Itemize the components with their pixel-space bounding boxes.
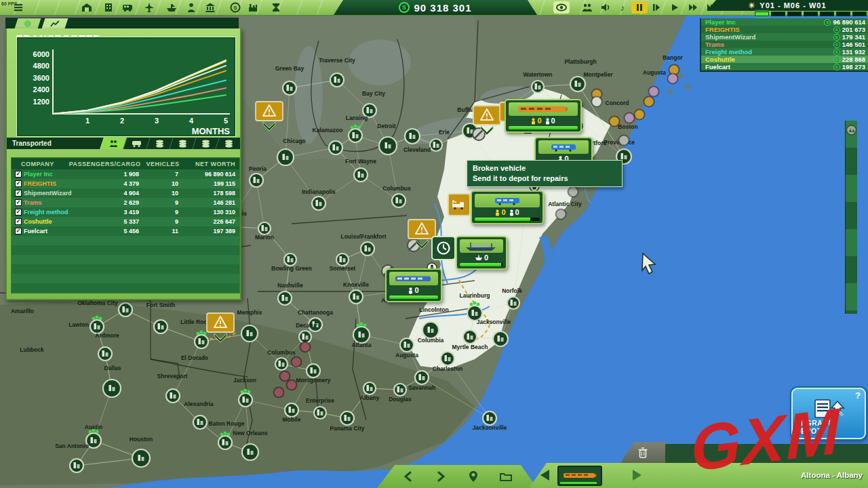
plane-icon[interactable] <box>144 2 155 13</box>
city-marker[interactable] <box>361 242 374 256</box>
play-button[interactable] <box>669 2 680 13</box>
city-marker[interactable] <box>314 407 326 419</box>
city-marker[interactable] <box>284 253 296 266</box>
table-row[interactable]: ✓ FREIGHTIS 4 379 10 199 115 <box>12 179 239 188</box>
leaderboard-row[interactable]: Player Inc S96 890 614 <box>701 18 868 26</box>
leaderboard-row[interactable]: ShipmentWizard S179 341 <box>701 33 868 41</box>
city-marker[interactable] <box>493 331 508 346</box>
city-marker[interactable] <box>394 384 406 396</box>
locate-button[interactable] <box>462 470 485 483</box>
apartment-icon[interactable] <box>103 2 114 13</box>
city-marker[interactable] <box>119 303 132 317</box>
company-checkbox[interactable]: ✓ <box>15 171 22 178</box>
city-marker[interactable] <box>283 81 296 95</box>
subtab-money4[interactable] <box>215 138 242 149</box>
company-checkbox[interactable]: ✓ <box>15 180 22 187</box>
resource-dot-white[interactable] <box>592 97 602 107</box>
depot-icon[interactable] <box>81 2 92 13</box>
tab-chart[interactable] <box>42 18 68 28</box>
leaderboard-row[interactable]: FREIGHTIS S201 673 <box>701 26 868 33</box>
city-marker[interactable] <box>275 358 288 370</box>
next-button[interactable] <box>429 471 452 482</box>
city-marker[interactable] <box>329 141 342 155</box>
city-marker[interactable] <box>307 364 320 378</box>
city-marker[interactable] <box>415 371 429 384</box>
next-vehicle-button[interactable] <box>631 468 643 482</box>
upgrade-depot-button[interactable]: ? UPGRADE DEPOT <box>791 388 866 439</box>
resource-dot-maroon[interactable] <box>274 388 284 398</box>
company-checkbox[interactable]: ✓ <box>15 209 22 216</box>
tow-truck-badge[interactable] <box>448 193 471 216</box>
routes-button[interactable] <box>494 472 517 482</box>
city-marker[interactable] <box>379 137 397 155</box>
city-marker[interactable] <box>285 403 298 417</box>
city-marker[interactable] <box>218 432 232 450</box>
resource-dot-maroon[interactable] <box>280 371 290 382</box>
fast-forward-button[interactable] <box>688 2 698 13</box>
finance-icon[interactable]: S <box>230 2 241 13</box>
card-ship[interactable]: 0 <box>456 236 507 270</box>
city-marker[interactable] <box>507 297 519 309</box>
table-row[interactable]: ✓ Fuelcart 5 456 11 197 389 <box>12 226 239 236</box>
resource-dot-gold[interactable] <box>610 117 620 127</box>
resource-dot-gold[interactable] <box>635 110 645 120</box>
resource-dot-maroon[interactable] <box>287 380 297 390</box>
leaderboard-row[interactable]: Fuelcart S198 273 <box>701 63 868 70</box>
city-marker[interactable] <box>392 194 406 207</box>
city-marker[interactable] <box>340 411 354 425</box>
city-marker[interactable] <box>166 389 180 403</box>
city-marker[interactable] <box>258 222 271 235</box>
leaderboard-row[interactable]: Trams S146 501 <box>701 41 868 48</box>
table-row[interactable]: ✓ Coshuttle 5 337 9 226 647 <box>12 217 239 226</box>
table-row[interactable]: ✓ Trams 2 629 9 146 281 <box>12 198 239 207</box>
bus-icon[interactable] <box>122 2 133 13</box>
island-icon[interactable] <box>846 121 857 145</box>
prev-button[interactable] <box>397 471 420 482</box>
city-marker[interactable] <box>250 174 263 187</box>
person-icon[interactable] <box>186 2 197 13</box>
leaderboard-row[interactable]: Freight method S131 932 <box>701 48 868 56</box>
city-marker[interactable] <box>278 291 292 305</box>
bank-icon[interactable] <box>205 2 216 13</box>
city-marker[interactable] <box>336 253 349 266</box>
city-marker[interactable] <box>103 380 121 397</box>
table-row[interactable]: ✓ Freight method 3 419 9 130 310 <box>12 207 239 217</box>
company-checkbox[interactable]: ✓ <box>15 228 22 235</box>
tab-finance[interactable]: S <box>15 18 41 28</box>
table-row[interactable]: ✓ Player Inc 1 908 7 96 890 614 <box>12 169 239 179</box>
city-marker[interactable] <box>312 197 326 210</box>
city-marker[interactable] <box>422 322 439 338</box>
factory-icon[interactable] <box>248 2 258 13</box>
city-marker[interactable] <box>463 330 477 344</box>
step-button[interactable] <box>651 2 662 13</box>
city-marker[interactable] <box>242 444 258 460</box>
crowd-button[interactable] <box>582 2 593 13</box>
company-checkbox[interactable]: ✓ <box>15 199 22 206</box>
city-marker[interactable] <box>70 459 83 472</box>
city-marker[interactable] <box>400 338 414 352</box>
city-marker[interactable] <box>363 382 376 394</box>
city-marker[interactable] <box>405 129 420 144</box>
city-marker[interactable] <box>349 125 362 143</box>
card-tow[interactable]: 00 <box>471 190 544 224</box>
waiting-clock-badge[interactable] <box>431 236 456 260</box>
resource-dot-maroon[interactable] <box>292 357 302 367</box>
ship-icon[interactable] <box>166 2 177 13</box>
company-checkbox[interactable]: ✓ <box>15 190 22 197</box>
city-marker[interactable] <box>195 331 208 349</box>
city-marker[interactable] <box>532 81 544 93</box>
card-train-blue[interactable]: 0 <box>385 268 442 302</box>
city-marker[interactable] <box>441 352 454 365</box>
city-marker[interactable] <box>349 290 363 304</box>
company-leaderboard[interactable]: Player Inc S96 890 614FREIGHTIS S201 673… <box>700 18 868 72</box>
city-marker[interactable] <box>98 347 112 361</box>
hourglass-icon[interactable] <box>271 2 281 13</box>
city-marker[interactable] <box>483 411 496 425</box>
company-table[interactable]: COMPANY PASSENGERS/CARGO VEHICLES NET WO… <box>11 157 240 293</box>
right-sidebar-strip[interactable] <box>845 121 857 314</box>
pause-button[interactable] <box>634 2 645 13</box>
resource-dot-gray[interactable] <box>568 187 578 197</box>
city-marker[interactable] <box>330 73 344 87</box>
city-marker[interactable] <box>354 168 368 182</box>
resource-dot-purple[interactable] <box>668 74 678 84</box>
